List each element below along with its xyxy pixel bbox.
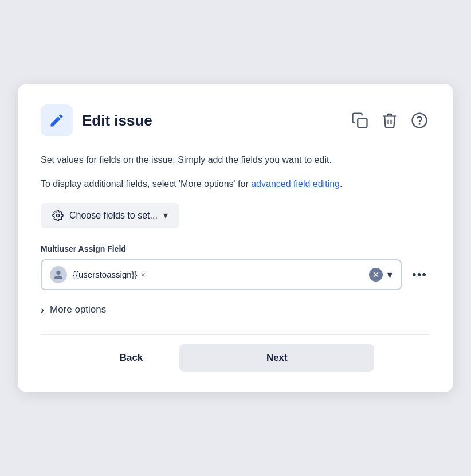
svg-point-1	[413, 114, 427, 128]
field-label: Multiuser Assign Field	[41, 244, 430, 253]
tag-value: {{userstoassign}} ×	[73, 270, 146, 279]
page-title: Edit issue	[82, 112, 152, 130]
field-input-right: ▾	[369, 268, 392, 282]
edit-icon-box	[41, 104, 73, 136]
delete-icon[interactable]	[379, 110, 401, 131]
field-input-box[interactable]: {{userstoassign}} × ▾	[41, 259, 402, 290]
choose-fields-button[interactable]: Choose fields to set... ▾	[41, 203, 179, 228]
chevron-right-icon: ›	[41, 304, 44, 316]
gear-icon	[52, 210, 64, 221]
clear-button[interactable]	[369, 268, 383, 282]
description-line2: To display additional fields, select 'Mo…	[41, 177, 430, 192]
back-button[interactable]: Back	[97, 344, 166, 372]
field-input-left: {{userstoassign}} ×	[50, 266, 146, 283]
description-line1: Set values for fields on the issue. Simp…	[41, 153, 430, 167]
dropdown-chevron-icon[interactable]: ▾	[387, 268, 392, 281]
tag-remove-button[interactable]: ×	[141, 271, 146, 279]
card-header: Edit issue	[41, 104, 430, 136]
next-button[interactable]: Next	[179, 344, 374, 372]
description-section: Set values for fields on the issue. Simp…	[41, 153, 430, 191]
svg-point-3	[57, 214, 60, 217]
help-icon[interactable]	[409, 110, 430, 131]
chevron-down-icon: ▾	[163, 210, 168, 221]
svg-rect-0	[358, 119, 367, 128]
advanced-field-link[interactable]: advanced field editing	[251, 179, 340, 189]
ellipsis-button[interactable]: •••	[409, 264, 430, 286]
more-options-row[interactable]: › More options	[41, 304, 430, 316]
more-options-label: More options	[50, 304, 106, 315]
edit-pencil-icon	[49, 112, 65, 128]
duplicate-icon[interactable]	[349, 110, 371, 131]
footer: Back Next	[41, 334, 430, 372]
avatar	[50, 266, 67, 283]
header-actions	[349, 110, 430, 131]
header-left: Edit issue	[41, 104, 152, 136]
edit-issue-card: Edit issue	[18, 84, 453, 392]
field-row: {{userstoassign}} × ▾ •••	[41, 259, 430, 290]
